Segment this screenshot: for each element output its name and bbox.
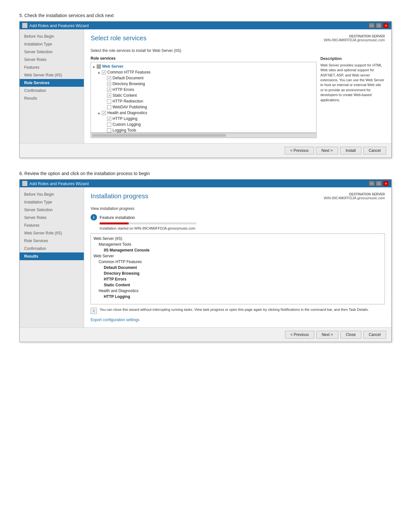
step6-sidebar-server-selection[interactable]: Server Selection	[20, 206, 84, 214]
cb-webdav[interactable]	[107, 105, 111, 109]
cb-static-content[interactable]	[107, 94, 111, 98]
step5-previous-button[interactable]: < Previous	[285, 147, 314, 154]
tree-item-static-content[interactable]: Static Content	[91, 93, 316, 98]
label-custom-logging: Custom Logging	[113, 122, 141, 127]
toggle-health-diag: ▲	[97, 111, 101, 115]
step6-titlebar: Add Roles and Features Wizard ─ □ ✕	[20, 180, 391, 187]
step6-sidebar-role-services[interactable]: Role Services	[20, 237, 84, 245]
cb-health-diag[interactable]	[102, 111, 106, 115]
step6-sidebar-before-you-begin[interactable]: Before You Begin	[20, 191, 84, 198]
step6-main: Installation progress DESTINATION SERVER…	[84, 187, 391, 327]
minimize-button[interactable]: ─	[369, 23, 375, 28]
step5-next-button[interactable]: Next >	[316, 147, 338, 154]
maximize-button[interactable]: □	[376, 23, 382, 28]
step6-sidebar-web-server-role[interactable]: Web Server Role (IIS)	[20, 229, 84, 237]
cb-default-doc[interactable]	[107, 76, 111, 80]
feature-static-content: Static Content	[93, 282, 382, 288]
cb-dir-browse[interactable]	[107, 82, 111, 86]
close-button[interactable]: ✕	[383, 23, 389, 28]
role-services-col: Role services ▲ Web Server ▲	[91, 56, 317, 138]
tree-item-http-errors[interactable]: HTTP Errors	[91, 87, 316, 93]
dest-server-value: WIN-99C4M0FFDJA.groovymusic.com	[324, 38, 385, 42]
sidebar-item-features[interactable]: Features	[20, 64, 84, 71]
step6-minimize-button[interactable]: ─	[369, 181, 375, 186]
tree-item-webdav[interactable]: WebDAV Publishing	[91, 104, 316, 110]
cb-http-errors[interactable]	[107, 88, 111, 92]
step6-next-button[interactable]: Next >	[316, 331, 338, 339]
installed-features-box[interactable]: Web Server (IIS) Management Tools IIS Ma…	[91, 233, 385, 304]
tree-item-logging-tools[interactable]: Logging Tools	[91, 127, 316, 133]
tree-item-custom-logging[interactable]: Custom Logging	[91, 122, 316, 127]
feature-common-http: Common HTTP Features	[93, 259, 382, 265]
feature-dir-browse: Directory Browsing	[93, 271, 382, 276]
step6-sidebar-confirmation[interactable]: Confirmation	[20, 245, 84, 252]
cb-webserver[interactable]	[97, 64, 101, 69]
sidebar-item-confirmation[interactable]: Confirmation	[20, 87, 84, 94]
step6-sidebar-installation-type[interactable]: Installation Type	[20, 198, 84, 206]
label-common-http: Common HTTP Features	[107, 70, 151, 74]
tree-item-webserver[interactable]: ▲ Web Server	[91, 64, 316, 69]
step5-install-button[interactable]: Install	[340, 147, 361, 154]
sidebar-item-results[interactable]: Results	[20, 94, 84, 102]
step5-cancel-button[interactable]: Cancel	[363, 147, 386, 154]
feature-default-doc: Default Document	[93, 265, 382, 271]
step5-content: Before You Begin Installation Type Serve…	[20, 29, 391, 143]
step6-dest-server: DESTINATION SERVER WIN-99C4M0FFDJA.groov…	[324, 192, 385, 200]
step6-window: Add Roles and Features Wizard ─ □ ✕ Befo…	[19, 179, 392, 342]
step5-main: Select role services DESTINATION SERVER …	[84, 29, 391, 143]
step6-header: Installation progress DESTINATION SERVER…	[91, 192, 385, 203]
tree-item-health-diag[interactable]: ▲ Health and Diagnostics	[91, 110, 316, 116]
notice-icon: i	[91, 308, 97, 314]
col-role-services: Role services	[91, 56, 317, 61]
step6-sidebar-features[interactable]: Features	[20, 222, 84, 229]
step5-section-desc: Select the role services to install for …	[91, 48, 385, 53]
titlebar-controls: ─ □ ✕	[369, 23, 389, 28]
sidebar-item-web-server-role[interactable]: Web Server Role (IIS)	[20, 71, 84, 79]
sidebar-item-installation-type[interactable]: Installation Type	[20, 40, 84, 48]
toggle-common-http: ▲	[97, 71, 101, 74]
step6-sidebar: Before You Begin Installation Type Serve…	[20, 187, 84, 327]
step6-titlebar-controls: ─ □ ✕	[369, 181, 389, 186]
step6-sidebar-results[interactable]: Results	[20, 252, 84, 260]
tree-item-dir-browse[interactable]: Directory Browsing	[91, 81, 316, 87]
description-text: Web Server provides support for HTML Web…	[320, 63, 385, 103]
cb-logging-tools[interactable]	[107, 128, 111, 133]
cb-http-redirect[interactable]	[107, 99, 111, 103]
toggle-webserver: ▲	[92, 65, 95, 68]
step6-close-button[interactable]: ✕	[383, 181, 389, 186]
step6-previous-button[interactable]: < Previous	[285, 331, 314, 339]
cb-common-http[interactable]	[102, 70, 106, 74]
titlebar-left: Add Roles and Features Wizard	[22, 23, 89, 28]
tree-item-default-doc[interactable]: Default Document	[91, 75, 316, 81]
feature-web-server-iis: Web Server (IIS)	[93, 236, 382, 241]
step6-maximize-button[interactable]: □	[376, 181, 382, 186]
step6-close-button-footer[interactable]: Close	[340, 331, 361, 339]
export-link[interactable]: Export configuration settings	[91, 318, 139, 322]
tree-item-common-http[interactable]: ▲ Common HTTP Features	[91, 69, 316, 75]
step5-titlebar: Add Roles and Features Wizard ─ □ ✕	[20, 22, 391, 29]
label-logging-tools: Logging Tools	[113, 128, 136, 133]
feature-install-label: Feature installation	[100, 215, 135, 220]
horizontal-scrollbar[interactable]	[91, 133, 317, 138]
sidebar-item-server-roles[interactable]: Server Roles	[20, 56, 84, 64]
step6-cancel-button[interactable]: Cancel	[363, 331, 386, 339]
notice-text: You can close this wizard without interr…	[100, 308, 369, 311]
dest-server: DESTINATION SERVER WIN-99C4M0FFDJA.groov…	[324, 34, 385, 42]
sidebar-item-role-services[interactable]: Role Services	[20, 79, 84, 87]
sidebar-item-before-you-begin[interactable]: Before You Begin	[20, 33, 84, 40]
feature-web-server: Web Server	[93, 253, 382, 259]
tree-item-http-redirect[interactable]: HTTP Redirection	[91, 98, 316, 104]
tree-item-http-logging[interactable]: HTTP Logging	[91, 116, 316, 122]
role-services-list[interactable]: ▲ Web Server ▲ Common HTTP Features	[91, 62, 317, 133]
notice-box: i You can close this wizard without inte…	[91, 308, 385, 314]
cb-custom-logging[interactable]	[107, 123, 111, 127]
progress-bar-container	[100, 222, 196, 224]
sidebar-item-server-selection[interactable]: Server Selection	[20, 48, 84, 56]
cb-http-logging[interactable]	[107, 117, 111, 121]
feature-http-errors: HTTP Errors	[93, 276, 382, 282]
label-health-diag: Health and Diagnostics	[107, 111, 147, 115]
step5-header: Select role services DESTINATION SERVER …	[91, 34, 385, 45]
step6-sidebar-server-roles[interactable]: Server Roles	[20, 214, 84, 222]
step5-window: Add Roles and Features Wizard ─ □ ✕ Befo…	[19, 21, 392, 158]
step5-sidebar: Before You Begin Installation Type Serve…	[20, 29, 84, 143]
